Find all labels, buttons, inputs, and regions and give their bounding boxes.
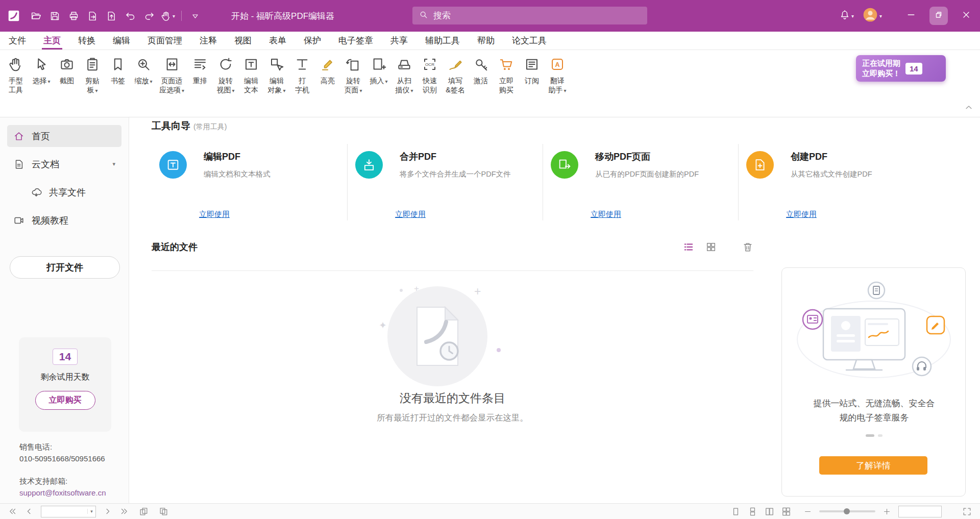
ribbon-subscribe-button[interactable]: 订阅 <box>519 54 545 86</box>
last-page-button[interactable] <box>119 507 129 516</box>
ribbon-ocr-button[interactable]: OCR快速识别 <box>417 54 443 96</box>
clear-recent-button[interactable] <box>742 241 753 253</box>
menu-tab-5[interactable]: 注释 <box>191 32 226 50</box>
single-page-view-button[interactable] <box>731 507 741 516</box>
ribbon-select-tool-button[interactable]: 选择▾ <box>29 54 54 86</box>
search-placeholder: 搜索 <box>433 10 451 21</box>
zoom-slider-thumb[interactable] <box>844 508 850 514</box>
zoom-icon <box>136 55 151 73</box>
menu-tab-6[interactable]: 视图 <box>226 32 260 50</box>
ribbon-cart-button[interactable]: 立即购买 <box>494 54 519 96</box>
carousel-dot[interactable] <box>878 434 883 437</box>
menu-tab-7[interactable]: 表单 <box>260 32 295 50</box>
restore-button[interactable] <box>925 0 952 32</box>
export-button[interactable] <box>85 7 100 24</box>
prev-page-button[interactable] <box>24 507 34 516</box>
ribbon-fill-sign-button[interactable]: 填写&签名 <box>443 54 468 96</box>
empty-state-subtitle: 所有最近打开过的文件都会显示在这里。 <box>152 412 753 424</box>
menu-tab-4[interactable]: 页面管理 <box>139 32 191 50</box>
ribbon-fit-page-button[interactable]: 页面适应选项▾ <box>156 54 187 96</box>
redo-button[interactable] <box>141 7 157 24</box>
prev-view-button[interactable] <box>139 507 149 516</box>
sidebar-nav: 首页云文档▾共享文件视频教程 <box>0 117 129 231</box>
ribbon-highlight-button[interactable]: 高亮 <box>315 54 340 86</box>
ribbon-activate-button[interactable]: 激活 <box>468 54 494 86</box>
first-page-button[interactable] <box>8 507 17 516</box>
chevron-down-icon[interactable]: ▾ <box>112 161 115 167</box>
customize-toolbar-button[interactable] <box>187 7 203 24</box>
zoom-in-button[interactable] <box>883 507 891 516</box>
list-view-button[interactable] <box>683 241 694 253</box>
notifications-button[interactable]: ▾ <box>835 0 858 32</box>
ribbon-translate-button[interactable]: A翻译助手▾ <box>545 54 570 96</box>
trial-badge[interactable]: 正在试用期 立即购买！ 14 <box>856 55 946 82</box>
ribbon-clipboard-button[interactable]: 剪贴板▾ <box>80 54 105 96</box>
titlebar-right: ▾ ▾ <box>835 0 980 32</box>
print-button[interactable] <box>66 7 81 24</box>
zoom-slider[interactable] <box>819 510 875 512</box>
undo-button[interactable] <box>122 7 138 24</box>
menu-tab-13[interactable]: 论文工具 <box>503 32 555 50</box>
sidebar-item-cloud-doc[interactable]: 云文档▾ <box>7 153 121 175</box>
share-button[interactable] <box>104 7 119 24</box>
menu-tab-3[interactable]: 编辑 <box>104 32 139 50</box>
sidebar-item-video[interactable]: 视频教程 <box>7 209 121 231</box>
menu-tab-12[interactable]: 帮助 <box>469 32 503 50</box>
ribbon-zoom-button[interactable]: 缩放▾ <box>131 54 156 86</box>
grid-view-button[interactable] <box>705 241 717 253</box>
ribbon-rotate-pages-button[interactable]: 旋转页面▾ <box>340 54 366 96</box>
sidebar-item-shared-files[interactable]: 共享文件 <box>24 181 121 203</box>
menu-tab-11[interactable]: 辅助工具 <box>416 32 469 50</box>
menu-tab-0[interactable]: 文件 <box>0 32 35 50</box>
buy-now-button[interactable]: 立即购买 <box>35 391 95 410</box>
page-list-caret[interactable]: ▾ <box>87 509 95 514</box>
use-now-link[interactable]: 立即使用 <box>786 210 817 219</box>
hand-tool-icon <box>8 55 23 73</box>
zoom-out-button[interactable] <box>803 507 812 516</box>
fullscreen-button[interactable] <box>962 507 972 516</box>
menu-tab-10[interactable]: 共享 <box>382 32 416 50</box>
close-button[interactable] <box>952 0 980 32</box>
fit-page-icon <box>164 55 180 73</box>
ribbon-snapshot-button[interactable]: 截图 <box>54 54 80 86</box>
support-email-link[interactable]: support@foxitsoftware.cn <box>19 487 106 499</box>
ribbon-scanner-button[interactable]: 从扫描仪▾ <box>391 54 417 96</box>
open-file-button[interactable]: 打开文件 <box>10 256 120 279</box>
esign-promo-text: 提供一站式、无缝流畅、安全合 规的电子签章服务 <box>782 397 966 425</box>
ribbon-edit-text-button[interactable]: 编辑文本 <box>238 54 264 96</box>
collapse-ribbon-button[interactable] <box>964 103 974 115</box>
folder-open-button[interactable] <box>28 7 43 24</box>
learn-more-button[interactable]: 了解详情 <box>819 456 927 475</box>
next-page-button[interactable] <box>103 507 112 516</box>
search-input[interactable]: 搜索 <box>412 7 647 24</box>
minimize-button[interactable] <box>897 0 925 32</box>
menu-tab-1[interactable]: 主页 <box>35 32 69 50</box>
ribbon-hand-tool-button[interactable]: 手型工具 <box>3 54 29 96</box>
ribbon-reflow-button[interactable]: 重排 <box>187 54 213 86</box>
use-now-link[interactable]: 立即使用 <box>591 210 621 219</box>
zoom-level-input[interactable] <box>899 506 941 517</box>
page-number-input[interactable] <box>41 506 87 517</box>
menu-tab-9[interactable]: 电子签章 <box>330 32 382 50</box>
account-button[interactable]: ▾ <box>858 0 886 32</box>
ribbon-insert-pages-button[interactable]: 插入▾ <box>366 54 391 86</box>
facing-continuous-view-button[interactable] <box>781 507 791 516</box>
trial-panel: 14 剩余试用天数 立即购买 <box>19 337 111 432</box>
ocr-icon: OCR <box>422 55 437 73</box>
hand-grab-button[interactable]: ▾ <box>160 7 176 24</box>
menu-tab-8[interactable]: 保护 <box>295 32 330 50</box>
continuous-view-button[interactable] <box>748 507 757 516</box>
carousel-dot-active[interactable] <box>866 434 874 437</box>
ribbon-rotate-view-button[interactable]: 旋转视图▾ <box>213 54 238 96</box>
menu-tab-2[interactable]: 转换 <box>69 32 104 50</box>
next-view-button[interactable] <box>159 507 168 516</box>
ribbon-edit-object-button[interactable]: 编辑对象▾ <box>264 54 289 96</box>
sidebar-item-home[interactable]: 首页 <box>7 125 121 147</box>
facing-view-button[interactable] <box>765 507 774 516</box>
carousel-dots[interactable] <box>782 434 966 437</box>
ribbon-bookmark-button[interactable]: 书签 <box>105 54 131 86</box>
use-now-link[interactable]: 立即使用 <box>395 210 426 219</box>
save-button[interactable] <box>47 7 62 24</box>
ribbon-typewriter-button[interactable]: 打字机 <box>289 54 315 96</box>
use-now-link[interactable]: 立即使用 <box>199 210 230 219</box>
